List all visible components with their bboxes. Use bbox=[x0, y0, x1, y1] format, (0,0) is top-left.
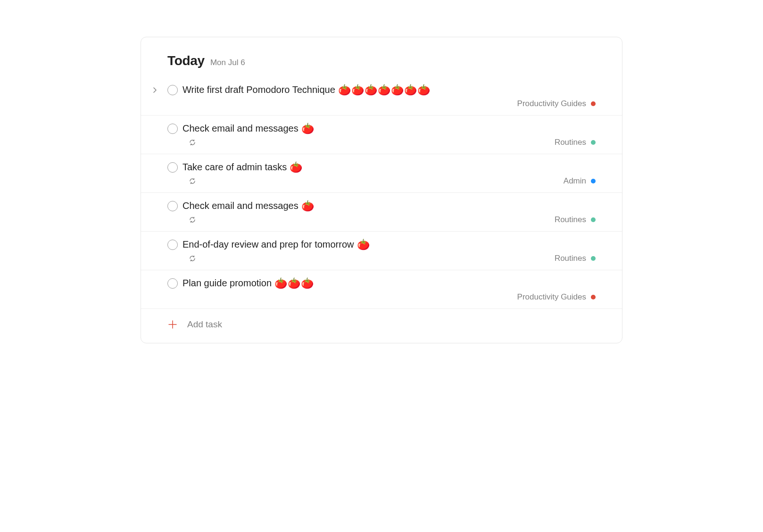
tomato-icon: 🍅 bbox=[357, 240, 370, 250]
add-task-button[interactable]: Add task bbox=[141, 308, 622, 330]
task-checkbox[interactable] bbox=[167, 162, 178, 173]
task-list: Write first draft Pomodoro Technique🍅🍅🍅🍅… bbox=[141, 77, 622, 308]
task-row[interactable]: Check email and messages🍅Routines bbox=[141, 192, 622, 231]
task-project[interactable]: Admin bbox=[564, 176, 596, 186]
chevron-right-icon[interactable] bbox=[151, 86, 159, 94]
tomato-icon: 🍅 bbox=[290, 162, 303, 173]
task-row[interactable]: Check email and messages🍅Routines bbox=[141, 115, 622, 154]
task-row[interactable]: End-of-day review and prep for tomorrow🍅… bbox=[141, 231, 622, 270]
task-project-label: Routines bbox=[555, 254, 586, 263]
recurring-icon bbox=[188, 254, 197, 263]
task-checkbox[interactable] bbox=[167, 124, 178, 134]
task-row[interactable]: Write first draft Pomodoro Technique🍅🍅🍅🍅… bbox=[141, 77, 622, 115]
task-title-text: Take care of admin tasks bbox=[182, 162, 287, 173]
task-title[interactable]: Plan guide promotion🍅🍅🍅 bbox=[182, 278, 314, 289]
task-checkbox[interactable] bbox=[167, 278, 178, 289]
task-title-text: Plan guide promotion bbox=[182, 278, 272, 289]
project-color-dot bbox=[591, 101, 596, 106]
task-project-label: Admin bbox=[564, 176, 586, 186]
task-row[interactable]: Take care of admin tasks🍅Admin bbox=[141, 154, 622, 192]
page-date: Mon Jul 6 bbox=[210, 58, 245, 67]
task-project[interactable]: Routines bbox=[555, 254, 596, 263]
task-title[interactable]: Check email and messages🍅 bbox=[182, 123, 315, 134]
page-title: Today bbox=[167, 53, 205, 68]
task-project[interactable]: Routines bbox=[555, 215, 596, 224]
plus-icon bbox=[167, 319, 178, 330]
recurring-icon bbox=[188, 216, 197, 224]
task-project[interactable]: Productivity Guides bbox=[517, 292, 596, 302]
project-color-dot bbox=[591, 140, 596, 145]
task-project-label: Routines bbox=[555, 215, 586, 224]
task-title[interactable]: Check email and messages🍅 bbox=[182, 200, 315, 211]
header: Today Mon Jul 6 bbox=[141, 53, 622, 77]
project-color-dot bbox=[591, 179, 596, 183]
project-color-dot bbox=[591, 295, 596, 299]
tomato-icon: 🍅🍅🍅🍅🍅🍅🍅 bbox=[338, 85, 431, 95]
task-row[interactable]: Plan guide promotion🍅🍅🍅Productivity Guid… bbox=[141, 270, 622, 308]
tomato-icon: 🍅 bbox=[301, 201, 315, 211]
task-project-label: Productivity Guides bbox=[517, 292, 586, 302]
task-title[interactable]: Write first draft Pomodoro Technique🍅🍅🍅🍅… bbox=[182, 84, 431, 95]
tomato-icon: 🍅🍅🍅 bbox=[274, 278, 314, 289]
task-title[interactable]: Take care of admin tasks🍅 bbox=[182, 162, 303, 173]
task-title[interactable]: End-of-day review and prep for tomorrow🍅 bbox=[182, 239, 370, 250]
task-title-text: Check email and messages bbox=[182, 123, 299, 134]
task-checkbox[interactable] bbox=[167, 85, 178, 95]
task-project[interactable]: Productivity Guides bbox=[517, 99, 596, 108]
project-color-dot bbox=[591, 217, 596, 222]
today-card: Today Mon Jul 6 Write first draft Pomodo… bbox=[141, 37, 622, 343]
task-title-text: Check email and messages bbox=[182, 200, 299, 211]
recurring-icon bbox=[188, 177, 197, 185]
task-project[interactable]: Routines bbox=[555, 138, 596, 147]
recurring-icon bbox=[188, 138, 197, 147]
task-title-text: End-of-day review and prep for tomorrow bbox=[182, 239, 354, 250]
tomato-icon: 🍅 bbox=[301, 124, 315, 134]
task-checkbox[interactable] bbox=[167, 240, 178, 250]
task-checkbox[interactable] bbox=[167, 201, 178, 211]
project-color-dot bbox=[591, 256, 596, 261]
task-title-text: Write first draft Pomodoro Technique bbox=[182, 84, 335, 95]
add-task-label: Add task bbox=[187, 319, 222, 330]
task-project-label: Productivity Guides bbox=[517, 99, 586, 108]
task-project-label: Routines bbox=[555, 138, 586, 147]
